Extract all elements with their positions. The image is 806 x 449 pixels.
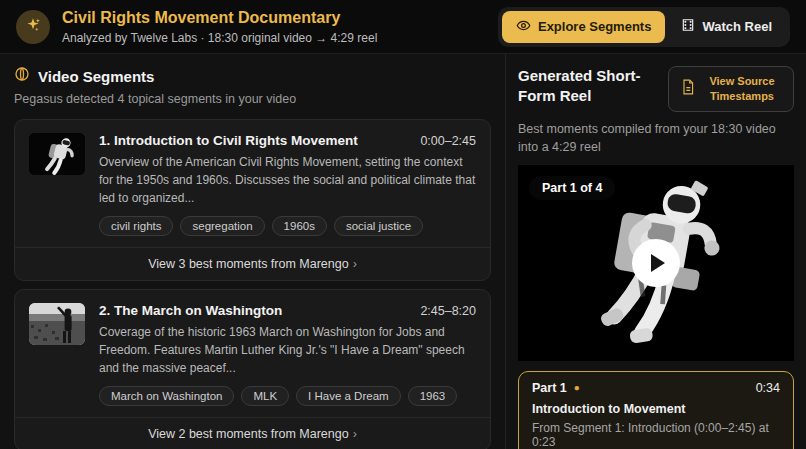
tag: segregation	[180, 216, 264, 236]
segment-1-tags: civil rights segregation 1960s social ju…	[99, 216, 476, 236]
segment-2-description: Coverage of the historic 1963 March on W…	[99, 323, 476, 377]
reel-part-1-card[interactable]: Part 1 ● 0:34 Introduction to Movement F…	[518, 371, 794, 449]
reel-video-player[interactable]: Part 1 of 4	[518, 165, 794, 361]
file-icon	[681, 79, 695, 98]
reel-panel-title: Generated Short-Form Reel	[518, 66, 658, 107]
tag: social justice	[334, 216, 423, 236]
active-dot-icon: ●	[574, 383, 580, 393]
view-source-timestamps-label: View Source Timestamps	[703, 74, 781, 104]
segments-panel-subtitle: Pegasus detected 4 topical segments in y…	[14, 92, 491, 106]
tag: I Have a Dream	[296, 386, 401, 406]
segment-2-thumbnail-march	[29, 303, 85, 345]
tag: March on Washington	[99, 386, 234, 406]
header-actions: Explore Segments Watch Reel	[498, 7, 790, 47]
view-source-timestamps-button[interactable]: View Source Timestamps	[668, 66, 794, 112]
chevron-right-icon: ›	[353, 257, 357, 271]
tag: 1960s	[272, 216, 327, 236]
tag: 1963	[408, 386, 458, 406]
segments-panel-title: Video Segments	[38, 68, 154, 85]
segment-1-description: Overview of the American Civil Rights Mo…	[99, 153, 476, 207]
watch-reel-button[interactable]: Watch Reel	[667, 11, 786, 43]
segment-2-time: 2:45–8:20	[420, 304, 476, 318]
segment-1-title: 1. Introduction to Civil Rights Movement	[99, 133, 358, 148]
segment-1-footer-label: View 3 best moments from Marengo	[148, 257, 349, 271]
sparkles-icon	[24, 16, 42, 38]
part-1-duration: 0:34	[756, 381, 780, 395]
segment-2-tags: March on Washington MLK I Have a Dream 1…	[99, 386, 476, 406]
reel-panel-subtitle: Best moments compiled from your 18:30 vi…	[518, 120, 794, 156]
segment-2-footer-label: View 2 best moments from Marengo	[148, 427, 349, 441]
app-header: Civil Rights Movement Documentary Analyz…	[0, 0, 806, 54]
segment-1-view-moments-link[interactable]: View 3 best moments from Marengo›	[15, 247, 490, 280]
part-1-source: From Segment 1: Introduction (0:00–2:45)…	[532, 421, 780, 449]
app-logo	[16, 10, 50, 44]
part-1-label: Part 1	[532, 381, 567, 395]
watch-reel-label: Watch Reel	[702, 19, 772, 34]
segment-1-time: 0:00–2:45	[420, 134, 476, 148]
target-icon	[14, 66, 30, 86]
page-subtitle: Analyzed by Twelve Labs · 18:30 original…	[62, 31, 486, 45]
tag: MLK	[241, 386, 289, 406]
generated-reel-panel: Generated Short-Form Reel View Source Ti…	[506, 54, 806, 449]
film-icon	[681, 18, 695, 35]
player-part-badge: Part 1 of 4	[529, 176, 615, 200]
segment-card-1[interactable]: 1. Introduction to Civil Rights Movement…	[14, 119, 491, 281]
header-titles: Civil Rights Movement Documentary Analyz…	[62, 8, 486, 44]
eye-icon	[516, 18, 531, 36]
chevron-right-icon: ›	[353, 427, 357, 441]
main-content: Video Segments Pegasus detected 4 topica…	[0, 54, 806, 449]
segment-card-2[interactable]: 2. The March on Washington 2:45–8:20 Cov…	[14, 289, 491, 449]
segment-1-thumbnail-astronaut	[29, 133, 85, 175]
segment-2-view-moments-link[interactable]: View 2 best moments from Marengo›	[15, 417, 490, 449]
explore-segments-button[interactable]: Explore Segments	[502, 11, 665, 43]
play-icon	[651, 254, 665, 272]
video-segments-panel: Video Segments Pegasus detected 4 topica…	[0, 54, 506, 449]
explore-segments-label: Explore Segments	[538, 19, 651, 34]
play-button[interactable]	[632, 239, 680, 287]
page-title: Civil Rights Movement Documentary	[62, 8, 486, 27]
part-1-title: Introduction to Movement	[532, 402, 780, 416]
segment-2-title: 2. The March on Washington	[99, 303, 282, 318]
tag: civil rights	[99, 216, 173, 236]
